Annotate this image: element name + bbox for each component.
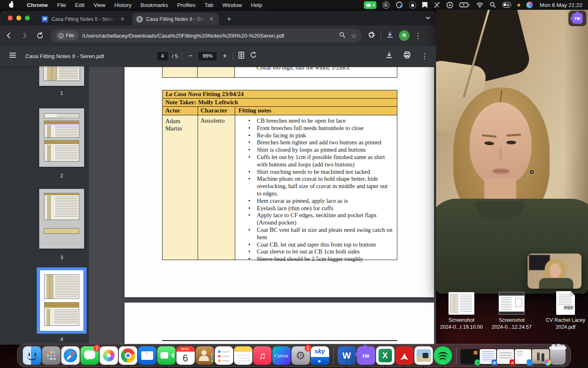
spotify-icon[interactable] <box>434 346 452 365</box>
photos-icon[interactable] <box>100 346 118 365</box>
new-tab-button[interactable]: + <box>224 14 234 25</box>
tab-close-icon[interactable]: ✕ <box>119 16 126 22</box>
safari-icon[interactable] <box>61 346 80 365</box>
cut-tool-icon[interactable] <box>434 1 440 9</box>
minimized-finder-window[interactable] <box>515 349 531 364</box>
music-icon[interactable]: ♫ <box>253 346 272 365</box>
menu-bookmarks[interactable]: Bookmarks <box>136 2 173 8</box>
pdf-download-button[interactable] <box>385 51 393 61</box>
menu-tab[interactable]: Tab <box>200 2 218 8</box>
messages-icon[interactable]: 7 <box>80 346 99 365</box>
url-text[interactable]: /Users/rachellacey/Downloads/Casa%20Fitt… <box>82 33 336 39</box>
spotlight-search-icon[interactable] <box>490 1 496 9</box>
note-item: Eyelash lace (thin one) for cuffs <box>235 205 397 212</box>
menu-edit[interactable]: Edit <box>71 2 89 8</box>
in-page-search-icon[interactable] <box>339 31 346 40</box>
desktop-icon-label: 2024-0...12.24.57 <box>481 324 542 331</box>
chrome-window: W Casa Fitting Notes II - Seren.d ✕ Casa… <box>0 11 436 345</box>
window-minimize-button[interactable] <box>16 16 21 20</box>
tab-pdf-active[interactable]: Casa Fitting Notes II - Seren.p ✕ <box>132 13 219 25</box>
tab-word-doc[interactable]: W Casa Fitting Notes II - Seren.d ✕ <box>38 13 130 25</box>
readwrite-dock-icon[interactable]: rw <box>357 346 375 365</box>
reminders-icon[interactable] <box>215 346 233 365</box>
tab-search-chevron-icon[interactable] <box>425 15 431 23</box>
screen-recording-camera-icon[interactable] <box>364 1 376 9</box>
minimized-word-window[interactable]: W <box>480 349 496 364</box>
wifi-icon[interactable] <box>476 1 483 9</box>
siri-icon[interactable] <box>526 2 533 8</box>
page-number-input[interactable]: 4 <box>157 52 168 61</box>
pdf-more-kebab-icon[interactable]: ⋮ <box>421 52 428 61</box>
rotate-page-button[interactable] <box>249 51 258 61</box>
menu-window[interactable]: Window <box>218 2 246 8</box>
window-close-button[interactable] <box>8 16 13 20</box>
thumbnail-page-3[interactable] <box>39 189 84 249</box>
toolbar-divider <box>381 31 381 40</box>
bookmark-star-icon[interactable]: ☆ <box>351 31 357 40</box>
control-center-icon[interactable] <box>502 2 511 8</box>
window-zoom-button[interactable] <box>25 16 30 20</box>
canva-icon[interactable]: Canva <box>272 346 291 365</box>
contacts-icon[interactable] <box>196 346 214 365</box>
thumbnail-page-1[interactable] <box>39 66 84 86</box>
sketch-app-icon[interactable] <box>409 2 416 9</box>
battery-icon[interactable] <box>459 1 470 9</box>
menu-history[interactable]: History <box>110 2 136 8</box>
next-table-top-border <box>162 340 397 341</box>
preview-icon[interactable] <box>414 346 433 365</box>
trash-icon[interactable] <box>550 348 566 365</box>
menu-bar-clock[interactable]: Mon 6 May 21:22 <box>540 2 582 8</box>
pdf-menu-hamburger-icon[interactable] <box>9 52 16 60</box>
menu-app-name[interactable]: Chrome <box>22 2 53 8</box>
zoom-out-button[interactable]: − <box>186 52 194 60</box>
tab-close-icon[interactable]: ✕ <box>208 16 215 22</box>
browser-menu-kebab-icon[interactable]: ⋮ <box>414 31 421 40</box>
zoom-level-input[interactable]: 96% <box>198 52 216 61</box>
back-button[interactable] <box>2 29 16 42</box>
fitting-notes-cell: CB breeches need to be open for lace Fro… <box>235 115 397 260</box>
launchpad-icon[interactable] <box>42 346 60 365</box>
readwrite-floating-button[interactable]: rw <box>568 11 586 26</box>
chrome-icon[interactable] <box>119 346 137 365</box>
reload-button[interactable] <box>33 29 47 42</box>
desktop-icon-cv-pdf[interactable]: PDF CV Rachel Lacey 2024.pdf <box>535 291 588 331</box>
file-scheme-chip[interactable]: File <box>56 31 78 40</box>
fit-to-page-button[interactable] <box>237 51 245 61</box>
minimized-photo-window[interactable] <box>532 349 549 364</box>
pdf-print-button[interactable] <box>403 51 411 61</box>
flag-icon[interactable] <box>422 2 428 8</box>
tab-title: Casa Fitting Notes II - Seren.p <box>146 16 205 22</box>
sky-go-icon[interactable]: sky▶ <box>311 346 329 365</box>
mail-icon[interactable] <box>138 346 156 365</box>
extensions-puzzle-icon[interactable] <box>368 31 376 40</box>
minimized-acrobat-window[interactable]: A <box>497 349 514 364</box>
calendar-icon[interactable]: MAY6 <box>176 346 195 365</box>
apple-menu-icon[interactable] <box>8 2 15 8</box>
self-view-pip[interactable] <box>528 254 581 289</box>
thumbnail-page-4-selected[interactable] <box>37 267 87 334</box>
facetime-icon[interactable] <box>157 346 176 365</box>
menu-profiles[interactable]: Profiles <box>173 2 200 8</box>
menu-file[interactable]: File <box>53 2 71 8</box>
excel-icon[interactable]: X <box>376 346 394 365</box>
zoom-in-button[interactable]: + <box>220 52 229 60</box>
acrobat-icon[interactable] <box>395 346 414 365</box>
dock-divider <box>456 347 457 365</box>
video-call-window[interactable] <box>436 10 588 294</box>
system-settings-icon[interactable]: ⚙1 <box>292 346 310 365</box>
forward-button[interactable] <box>18 29 31 42</box>
menu-view[interactable]: View <box>89 2 110 8</box>
adobe-creative-cloud-icon[interactable] <box>396 1 403 9</box>
notes-icon[interactable] <box>234 346 252 365</box>
desktop-icon-screenshot-2[interactable]: Screenshot 2024-0...12.24.57 <box>481 292 542 331</box>
menu-help[interactable]: Help <box>246 2 267 8</box>
grammarly-icon[interactable]: G <box>383 2 390 9</box>
thumbnail-page-2[interactable] <box>39 108 84 167</box>
downloads-icon[interactable] <box>386 31 394 40</box>
address-bar[interactable]: File /Users/rachellacey/Downloads/Casa%2… <box>51 29 362 43</box>
profile-avatar[interactable]: R <box>399 30 410 41</box>
playback-icon[interactable] <box>446 1 453 9</box>
word-icon[interactable]: W <box>338 346 356 365</box>
finder-icon[interactable] <box>23 346 41 365</box>
minimized-spotify-window[interactable]: ♫ <box>461 349 479 364</box>
